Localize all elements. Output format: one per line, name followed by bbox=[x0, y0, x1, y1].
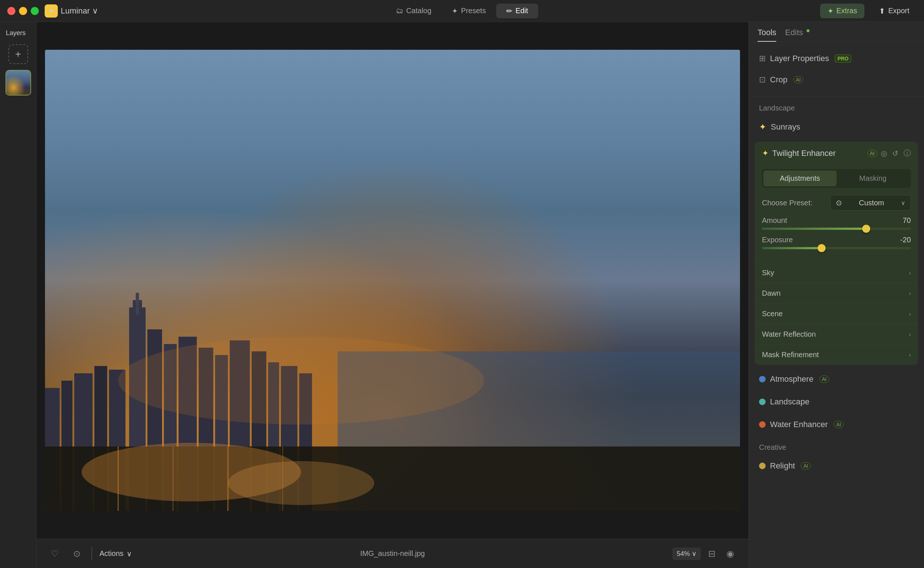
history-button[interactable]: ⊙ bbox=[69, 547, 84, 561]
layer-properties-item[interactable]: ⊞ Layer Properties PRO bbox=[749, 48, 924, 69]
extras-button[interactable]: ✦ Extras bbox=[820, 4, 865, 18]
landscape-dot bbox=[759, 399, 766, 405]
exposure-slider-header: Exposure -20 bbox=[762, 236, 911, 244]
amount-slider-fill bbox=[762, 228, 866, 230]
twilight-title: Twilight Enhancer bbox=[772, 149, 862, 158]
actions-chevron-icon: ∨ bbox=[127, 549, 132, 558]
nav-catalog[interactable]: 🗂 Catalog bbox=[386, 4, 442, 18]
sky-chevron-icon: › bbox=[909, 270, 911, 276]
exposure-slider-track[interactable] bbox=[762, 247, 911, 249]
compare-button[interactable]: ⊟ bbox=[704, 547, 719, 561]
preset-label: Choose Preset: bbox=[762, 199, 812, 207]
crop-icon: ⊡ bbox=[759, 75, 766, 85]
water-reflection-chevron-icon: › bbox=[909, 331, 911, 338]
edits-dot bbox=[806, 29, 809, 32]
content-area: ♡ ⊙ Actions ∨ IMG_austin-neill.jpg 54% ∨… bbox=[36, 22, 748, 568]
adjustments-tab-label: Adjustments bbox=[780, 174, 820, 182]
nav-edit[interactable]: ✏ Edit bbox=[496, 4, 538, 18]
landscape-section-label: Landscape bbox=[749, 97, 924, 115]
scene-label: Scene bbox=[762, 310, 783, 318]
edit-label: Edit bbox=[516, 7, 528, 15]
nav-presets[interactable]: ✦ Presets bbox=[442, 4, 496, 18]
atmosphere-item[interactable]: Atmosphere AI bbox=[749, 368, 924, 391]
catalog-label: Catalog bbox=[406, 7, 431, 15]
zoom-dropdown[interactable]: 54% ∨ bbox=[672, 547, 701, 560]
twilight-ai-badge: AI bbox=[867, 150, 877, 157]
app-name-button[interactable]: Luminar ∨ bbox=[61, 6, 98, 16]
exposure-slider-thumb[interactable] bbox=[817, 244, 826, 252]
sky-section[interactable]: Sky › bbox=[755, 263, 918, 283]
relight-dot bbox=[759, 462, 766, 469]
amount-slider-track[interactable] bbox=[762, 228, 911, 230]
info-button[interactable]: ⓘ bbox=[903, 148, 911, 158]
atmosphere-dot bbox=[759, 376, 766, 382]
dawn-label: Dawn bbox=[762, 289, 781, 298]
edit-icon: ✏ bbox=[506, 7, 512, 15]
divider bbox=[92, 547, 92, 560]
tab-edits[interactable]: Edits bbox=[785, 28, 809, 42]
water-enhancer-dot bbox=[759, 421, 766, 428]
minimize-button[interactable] bbox=[19, 7, 27, 15]
adjustments-tab[interactable]: Adjustments bbox=[763, 171, 837, 186]
sunrays-icon: ✦ bbox=[759, 122, 766, 132]
eye-button[interactable]: ◉ bbox=[723, 547, 737, 561]
close-button[interactable] bbox=[7, 7, 15, 15]
water-enhancer-ai-badge: AI bbox=[834, 421, 844, 428]
reset-button[interactable]: ↺ bbox=[892, 149, 898, 158]
city-skyline-svg bbox=[45, 234, 740, 511]
reset-icon: ↺ bbox=[892, 149, 898, 157]
twilight-header-icons: ◎ ↺ ⓘ bbox=[881, 148, 911, 158]
panel-content-scroll: ⊞ Layer Properties PRO ⊡ Crop AI Landsca… bbox=[749, 42, 924, 568]
actions-button[interactable]: Actions ∨ bbox=[99, 549, 132, 558]
presets-label: Presets bbox=[461, 7, 486, 15]
exposure-slider-row: Exposure -20 bbox=[762, 236, 911, 249]
info-icon: ⓘ bbox=[903, 149, 911, 157]
photo-image bbox=[45, 50, 740, 511]
relight-label: Relight bbox=[770, 461, 795, 471]
heart-button[interactable]: ♡ bbox=[48, 547, 62, 561]
mask-refinement-section[interactable]: Mask Refinement › bbox=[755, 344, 918, 365]
zoom-control: 54% ∨ ⊟ ◉ bbox=[672, 547, 737, 561]
crop-ai-badge: AI bbox=[793, 76, 803, 83]
app-icon: ✦ bbox=[45, 5, 58, 18]
visibility-toggle[interactable]: ◎ bbox=[881, 149, 887, 158]
sunrays-item[interactable]: ✦ Sunrays bbox=[749, 115, 924, 139]
presets-icon: ✦ bbox=[452, 7, 458, 15]
amount-slider-row: Amount 70 bbox=[762, 216, 911, 230]
maximize-button[interactable] bbox=[31, 7, 39, 15]
sunrays-label: Sunrays bbox=[771, 122, 800, 132]
masking-tab[interactable]: Masking bbox=[837, 171, 910, 186]
scene-section[interactable]: Scene › bbox=[755, 304, 918, 324]
water-enhancer-label: Water Enhancer bbox=[770, 420, 828, 429]
add-layer-button[interactable]: + bbox=[8, 44, 28, 64]
titlebar: ✦ Luminar ∨ 🗂 Catalog ✦ Presets ✏ Edit ✦… bbox=[0, 0, 924, 22]
preset-value: Custom bbox=[859, 199, 884, 207]
eye-icon: ◉ bbox=[727, 548, 734, 559]
amount-slider-header: Amount 70 bbox=[762, 216, 911, 225]
layer-thumbnail[interactable] bbox=[6, 70, 31, 95]
traffic-lights bbox=[7, 7, 39, 15]
crop-item[interactable]: ⊡ Crop AI bbox=[749, 69, 924, 91]
visibility-icon: ◎ bbox=[881, 149, 887, 157]
amount-label: Amount bbox=[762, 216, 787, 225]
tools-tab-label: Tools bbox=[758, 28, 776, 37]
twilight-enhancer-section: ✦ Twilight Enhancer AI ◎ ↺ ⓘ bbox=[755, 142, 918, 365]
relight-item[interactable]: Relight AI bbox=[749, 455, 924, 477]
export-button[interactable]: ⬆ Export bbox=[872, 4, 917, 18]
catalog-icon: 🗂 bbox=[396, 7, 403, 15]
filename-label: IMG_austin-neill.jpg bbox=[360, 549, 425, 558]
amount-value: 70 bbox=[903, 216, 911, 225]
amount-slider-thumb[interactable] bbox=[862, 225, 870, 233]
tab-tools[interactable]: Tools bbox=[758, 28, 776, 42]
dawn-section[interactable]: Dawn › bbox=[755, 283, 918, 304]
twilight-header[interactable]: ✦ Twilight Enhancer AI ◎ ↺ ⓘ bbox=[755, 142, 918, 165]
water-enhancer-item[interactable]: Water Enhancer AI bbox=[749, 413, 924, 436]
exposure-value: -20 bbox=[900, 236, 911, 244]
preset-dropdown[interactable]: ⊙ Custom ∨ bbox=[831, 195, 911, 210]
pro-badge: PRO bbox=[835, 54, 851, 63]
scene-chevron-icon: › bbox=[909, 311, 911, 317]
bottom-bar: ♡ ⊙ Actions ∨ IMG_austin-neill.jpg 54% ∨… bbox=[36, 539, 748, 568]
landscape-tool-item[interactable]: Landscape bbox=[749, 391, 924, 413]
water-reflection-section[interactable]: Water Reflection › bbox=[755, 324, 918, 344]
exposure-slider-fill bbox=[762, 247, 822, 249]
